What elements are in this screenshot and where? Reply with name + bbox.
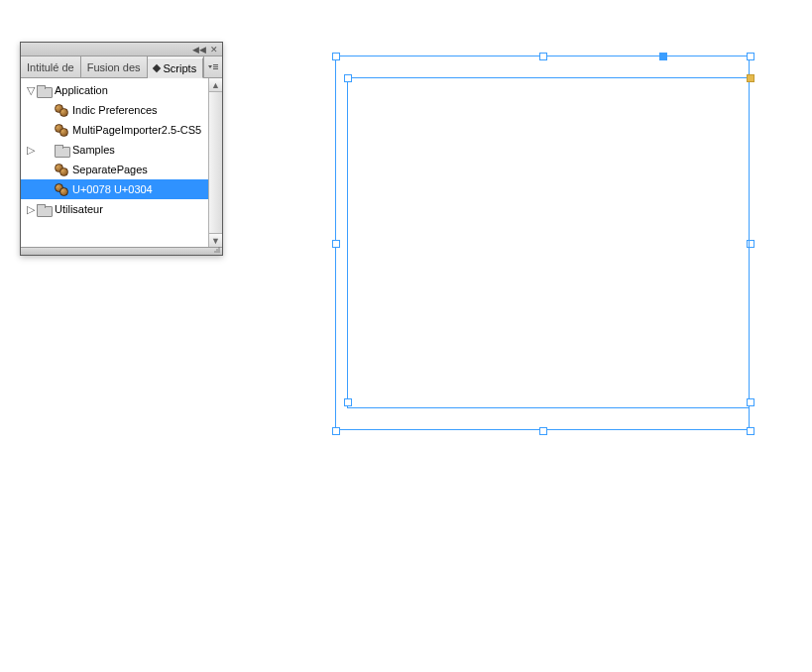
selection-handle[interactable] (332, 240, 340, 248)
tab-label: Fusion des (87, 61, 141, 73)
svg-point-6 (218, 249, 220, 251)
svg-point-5 (216, 249, 218, 251)
selection-handle[interactable] (659, 53, 667, 60)
tree-item-label: U+0078 U+0304 (72, 183, 153, 195)
scripts-tree[interactable]: ▽ApplicationIndic PreferencesMultiPageIm… (21, 78, 208, 247)
tree-row[interactable]: U+0078 U+0304 (21, 179, 208, 199)
tab-scripts[interactable]: Scripts (148, 57, 204, 78)
panel-titlebar[interactable]: ◀◀ ✕ (21, 43, 222, 56)
selection-handle[interactable] (747, 398, 754, 406)
vertical-scrollbar[interactable]: ▲ ▼ (208, 78, 222, 247)
svg-rect-1 (213, 64, 218, 65)
tree-row[interactable]: SeparatePages (21, 160, 208, 179)
tree-row[interactable]: ▷Samples (21, 140, 208, 160)
script-icon (55, 183, 68, 195)
tree-item-label: Utilisateur (55, 203, 103, 215)
svg-point-8 (216, 251, 218, 253)
resize-grip-icon (213, 246, 221, 254)
selection-handle[interactable] (332, 53, 340, 60)
disclosure-triangle-icon[interactable]: ▷ (25, 144, 37, 157)
panel-menu-icon (207, 62, 219, 72)
scroll-up-button[interactable]: ▲ (209, 78, 222, 92)
disclosure-triangle-icon[interactable]: ▽ (25, 84, 37, 97)
scroll-down-button[interactable]: ▼ (209, 233, 222, 247)
scripts-panel: ◀◀ ✕ Intitulé de Fusion des Scripts ▽App… (20, 42, 223, 256)
svg-point-7 (214, 251, 216, 253)
tree-item-label: MultiPageImporter2.5-CS5 (72, 124, 201, 136)
tab-fusion[interactable]: Fusion des (81, 56, 148, 77)
folder-icon (37, 85, 51, 96)
tree-item-label: Indic Preferences (72, 104, 158, 116)
panel-resize-grip[interactable] (21, 247, 222, 255)
tree-row[interactable]: Indic Preferences (21, 100, 208, 120)
tab-label: Intitulé de (27, 61, 74, 73)
selection-handle[interactable] (539, 427, 547, 435)
folder-icon (37, 204, 51, 215)
tab-label: Scripts (164, 62, 197, 74)
close-icon[interactable]: ✕ (210, 45, 218, 55)
disclosure-triangle-icon[interactable]: ▷ (25, 203, 37, 216)
selection-handle[interactable] (344, 74, 352, 82)
selection-handle[interactable] (539, 53, 547, 60)
folder-icon (55, 145, 68, 156)
svg-rect-3 (213, 68, 218, 69)
script-icon (55, 164, 68, 175)
tree-container: ▽ApplicationIndic PreferencesMultiPageIm… (21, 78, 222, 247)
collapse-icon[interactable]: ◀◀ (192, 45, 206, 55)
tree-item-label: SeparatePages (72, 164, 148, 175)
selection-handle[interactable] (344, 398, 352, 406)
svg-point-9 (218, 251, 220, 253)
svg-point-4 (218, 247, 220, 249)
selection-handle[interactable] (747, 53, 754, 60)
script-icon (55, 104, 68, 116)
panel-menu-button[interactable] (203, 56, 222, 77)
tree-item-label: Application (55, 84, 108, 96)
selection-handle[interactable] (332, 427, 340, 435)
selected-text-frame[interactable] (347, 77, 750, 408)
tree-item-label: Samples (72, 144, 115, 156)
active-tab-indicator-icon (152, 63, 160, 71)
script-icon (55, 124, 68, 136)
tree-row[interactable]: ▽Application (21, 80, 208, 100)
tree-row[interactable]: MultiPageImporter2.5-CS5 (21, 120, 208, 140)
svg-marker-0 (208, 65, 212, 68)
tree-row[interactable]: ▷Utilisateur (21, 199, 208, 219)
svg-rect-2 (213, 66, 218, 67)
selection-handle[interactable] (747, 427, 754, 435)
selection-handle[interactable] (747, 74, 754, 82)
panel-tabs: Intitulé de Fusion des Scripts (21, 56, 222, 78)
tab-intitule[interactable]: Intitulé de (21, 56, 81, 77)
